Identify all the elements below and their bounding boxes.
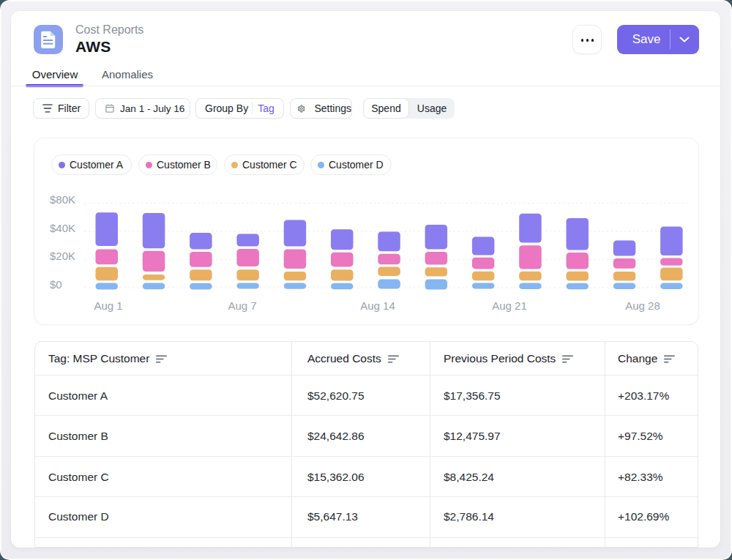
svg-text:$0: $0 [50, 278, 62, 291]
svg-text:Aug 28: Aug 28 [625, 299, 660, 312]
svg-text:$20K: $20K [50, 250, 75, 262]
svg-text:$80K: $80K [50, 193, 75, 206]
svg-text:Aug 7: Aug 7 [228, 299, 256, 312]
svg-text:Aug 1: Aug 1 [94, 299, 122, 312]
svg-text:Aug 14: Aug 14 [360, 299, 395, 312]
svg-text:Aug 21: Aug 21 [492, 299, 527, 312]
svg-text:$40K: $40K [50, 222, 75, 234]
